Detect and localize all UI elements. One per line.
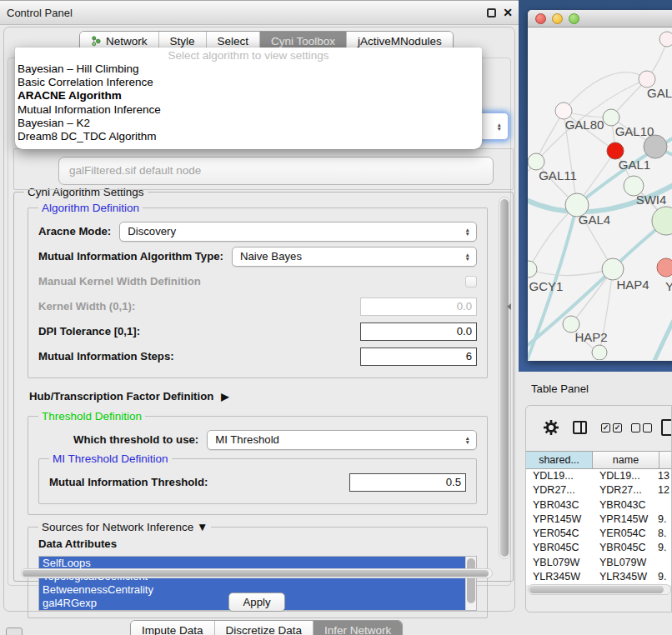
network-window[interactable]: GALGAL80GAL10GAL1GAL11SWI4GAL4GCY1HAP4YH…	[528, 10, 672, 361]
network-node-label: Y	[665, 279, 672, 293]
column-header-partial[interactable]	[659, 452, 671, 468]
dropdown-item[interactable]: Bayesian – K2	[15, 117, 482, 130]
sources-group-title[interactable]: Sources for Network Inference ▼	[38, 521, 211, 533]
table-cell: YPR145W	[526, 512, 593, 527]
table-cell: 8.	[656, 527, 671, 541]
combo-stepper-icon: ▲▼	[465, 252, 470, 261]
table-cell: YBL079W	[593, 556, 656, 570]
dropdown-item[interactable]: Bayesian – Hill Climbing	[15, 62, 482, 76]
table-row[interactable]: YPR145WYPR145W9.	[526, 512, 671, 527]
float-panel-icon[interactable]	[487, 8, 496, 18]
which-threshold-label: Which threshold to use:	[73, 433, 198, 446]
network-edge[interactable]	[529, 269, 613, 276]
tab-impute-data[interactable]: Impute Data	[131, 621, 214, 635]
network-node-label: GAL10	[615, 124, 654, 138]
table-cell: YDR27...	[526, 483, 593, 498]
network-data-combo[interactable]: galFiltered.sif default node	[58, 157, 494, 185]
mi-threshold-field[interactable]: 0.5	[349, 473, 466, 492]
settings-vertical-scrollbar[interactable]	[499, 197, 510, 559]
column-header-name[interactable]: name	[593, 452, 659, 468]
data-attributes-label: Data Attributes	[38, 538, 477, 550]
table-cell: 13	[656, 469, 671, 483]
table-row[interactable]: YBR043CYBR043C	[526, 498, 671, 512]
collapsed-panel-button[interactable]	[6, 628, 23, 635]
mi-steps-label: Mutual Information Steps:	[38, 350, 174, 362]
table-row[interactable]: YLR345WYLR345W9.	[526, 570, 671, 584]
control-panel-title: Control Panel	[7, 1, 73, 25]
table-cell	[656, 556, 671, 570]
table-cell: YBL079W	[526, 556, 593, 570]
network-canvas[interactable]: GALGAL80GAL10GAL1GAL11SWI4GAL4GCY1HAP4YH…	[528, 28, 672, 360]
table-horizontal-scrollbar[interactable]	[528, 584, 671, 595]
mi-steps-field[interactable]: 6	[360, 348, 477, 366]
network-node[interactable]	[644, 135, 667, 158]
network-node[interactable]	[603, 109, 619, 126]
settings-horizontal-scrollbar[interactable]	[21, 568, 493, 578]
deselect-all-checks-icon[interactable]	[631, 423, 652, 432]
table-cell: 9.	[656, 541, 671, 555]
which-threshold-value: MI Threshold	[215, 433, 279, 446]
kernel-width-field[interactable]: 0.0	[360, 298, 477, 316]
dropdown-item-aracne[interactable]: ARACNE Algorithm	[15, 89, 482, 102]
close-window-icon[interactable]	[535, 13, 546, 24]
network-node[interactable]	[592, 345, 607, 360]
tab-infer-network[interactable]: Infer Network	[313, 621, 402, 635]
hub-definition-label: Hub/Transcription Factor Definition	[29, 390, 213, 402]
column-header-shared-name[interactable]: shared...	[526, 452, 593, 468]
network-node-label: SWI4	[636, 192, 667, 207]
hub-definition-section[interactable]: Hub/Transcription Factor Definition ▶	[29, 390, 486, 402]
zoom-window-icon[interactable]	[569, 13, 579, 24]
combo-stepper-icon: ▲▼	[465, 435, 470, 444]
table-function-icon[interactable]	[661, 419, 672, 436]
table-toolbar: ✓✓	[526, 406, 671, 451]
network-node[interactable]	[528, 261, 537, 278]
dropdown-item[interactable]: Basic Correlation Inference	[15, 76, 482, 89]
table-cell: 9.	[656, 512, 671, 527]
table-row[interactable]: YBR045CYBR045C9.	[526, 541, 671, 555]
network-node[interactable]	[639, 71, 655, 88]
splitter-collapse-arrow[interactable]	[507, 303, 511, 310]
tab-discretize-data[interactable]: Discretize Data	[214, 621, 313, 635]
table-row[interactable]: YBL079WYBL079W	[526, 556, 671, 570]
table-panel: ✓✓ shared... name YDL19...YDL19...13YDR2…	[525, 405, 672, 612]
table-cell: YLR345W	[593, 570, 656, 584]
close-panel-icon[interactable]: ✕	[503, 5, 513, 20]
network-node-label: GAL1	[619, 158, 650, 172]
network-edge[interactable]	[653, 309, 672, 360]
cyni-algorithm-settings-group: Cyni Algorithm Settings Algorithm Defini…	[13, 192, 514, 582]
gear-icon[interactable]	[543, 419, 559, 436]
table-row[interactable]: YER054CYER054C8.	[526, 527, 671, 541]
list-scrollbar[interactable]	[465, 557, 476, 610]
table-cell: YDL19...	[593, 469, 656, 483]
dpi-tolerance-field[interactable]: 0.0	[360, 322, 477, 341]
table-row[interactable]: YDR27...YDR27...12	[526, 483, 671, 498]
algorithm-definition-title: Algorithm Definition	[38, 202, 143, 214]
minimize-window-icon[interactable]	[552, 13, 563, 24]
threshold-definition-title: Threshold Definition	[38, 410, 145, 422]
algorithm-definition-group: Algorithm Definition Aracne Mode: Discov…	[28, 208, 488, 378]
mi-threshold-label: Mutual Information Threshold:	[49, 476, 208, 488]
split-panes-icon[interactable]	[573, 421, 587, 434]
mi-threshold-definition-title: MI Threshold Definition	[49, 452, 172, 465]
network-node[interactable]	[528, 153, 544, 170]
network-node[interactable]	[657, 258, 672, 277]
kernel-width-label: Kernel Width (0,1):	[38, 300, 135, 312]
table-row[interactable]: YDL19...YDL19...13	[526, 469, 671, 483]
collapsed-arrow-icon[interactable]: ▶	[221, 391, 228, 402]
aracne-mode-combo[interactable]: Discovery ▲▼	[119, 222, 477, 242]
dropdown-item[interactable]: Dream8 DC_TDC Algorithm	[15, 130, 482, 143]
which-threshold-combo[interactable]: MI Threshold ▲▼	[207, 430, 477, 450]
manual-kernel-checkbox[interactable]	[465, 276, 477, 288]
apply-button[interactable]: Apply	[228, 592, 285, 612]
table-header: shared... name	[526, 451, 671, 469]
combo-stepper-icon: ▲▼	[497, 122, 502, 131]
dropdown-item[interactable]: Mutual Information Inference	[15, 103, 482, 117]
network-node[interactable]	[555, 102, 572, 119]
select-all-checks-icon[interactable]: ✓✓	[601, 423, 622, 432]
network-node[interactable]	[659, 32, 672, 47]
network-window-titlebar	[528, 10, 672, 28]
network-node[interactable]	[607, 142, 624, 159]
mi-algorithm-type-combo[interactable]: Naive Bayes ▲▼	[232, 247, 477, 267]
combo-stepper-icon: ▲▼	[465, 227, 470, 236]
network-node-label: GAL11	[539, 168, 577, 182]
